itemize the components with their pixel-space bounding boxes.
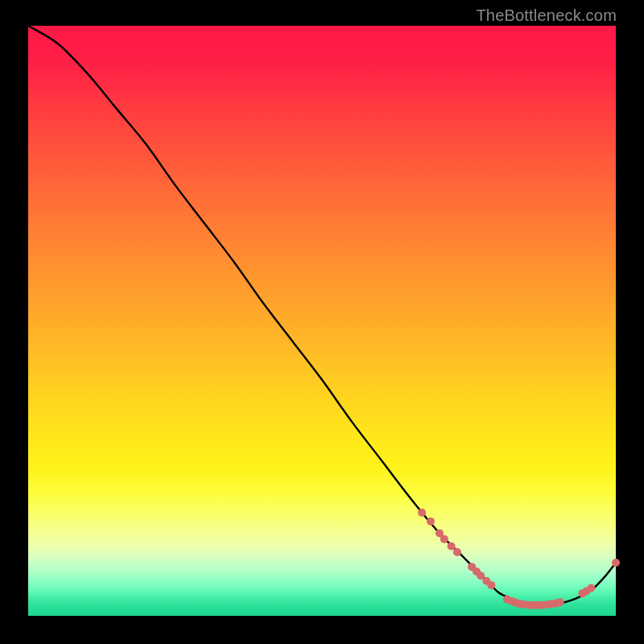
data-marker — [487, 581, 495, 589]
data-marker — [556, 598, 564, 606]
data-marker — [612, 559, 620, 567]
data-marker — [418, 509, 426, 517]
chart-frame: TheBottleneck.com — [0, 0, 644, 644]
data-marker — [453, 548, 461, 556]
data-marker — [440, 535, 448, 543]
chart-overlay-svg — [28, 26, 616, 616]
data-marker — [587, 584, 595, 592]
bottleneck-curve — [28, 26, 616, 605]
data-markers — [418, 509, 620, 609]
data-marker — [448, 543, 456, 551]
data-marker — [427, 518, 435, 526]
watermark-text: TheBottleneck.com — [476, 6, 617, 25]
